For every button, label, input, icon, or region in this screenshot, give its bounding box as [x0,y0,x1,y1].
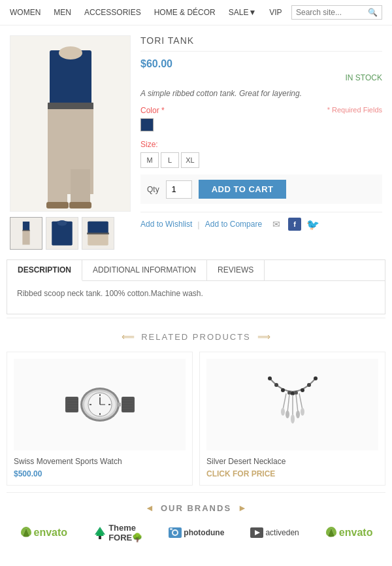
related-products-list: Swiss Movement Sports Watch $500.00 [0,352,392,486]
qty-input[interactable] [166,180,192,199]
tab-additional-info[interactable]: ADDITIONAL INFORMATION [82,260,207,280]
email-icon[interactable]: ✉ [270,218,283,231]
wishlist-link[interactable]: Add to Wishlist [140,220,192,229]
thumbnail-3[interactable] [82,217,114,250]
tabs-header: DESCRIPTION ADDITIONAL INFORMATION REVIE… [7,260,385,281]
size-option-row: Size: M L XL [140,140,382,168]
product-card-necklace: Silver Desert Necklace CLICK FOR PRICE [199,352,385,486]
tab-description[interactable]: DESCRIPTION [7,260,82,281]
size-m[interactable]: M [140,152,159,168]
color-swatch-navy[interactable] [140,118,154,131]
brands-row: envato ThemeFORE🌳 photodune [0,523,392,556]
qty-label: Qty [147,185,159,194]
brand-envato-1[interactable]: envato [20,526,68,539]
svg-point-63 [301,408,304,416]
svg-point-46 [274,383,278,387]
svg-rect-10 [69,202,91,208]
product-name: TORI TANK [140,35,382,52]
brands-divider [7,492,385,493]
svg-rect-9 [46,202,69,208]
related-header: ⟸ RELATED PRODUCTS ⟹ [0,331,392,342]
product-image-svg [28,39,113,208]
svg-point-4 [59,46,82,59]
watch-svg [64,378,136,431]
main-nav: WOMEN MEN ACCESSORIES HOME & DÉCOR SALE▼… [10,8,282,17]
compare-link[interactable]: Add to Compare [205,220,262,229]
brand-themeforest[interactable]: ThemeFORE🌳 [93,523,142,542]
related-products-section: ⟸ RELATED PRODUCTS ⟹ [0,331,392,486]
svg-point-52 [307,383,311,387]
watch-image[interactable] [14,359,186,450]
nav-women[interactable]: WOMEN [10,8,41,17]
envato-leaf-icon-2 [325,526,338,539]
color-required-star: * [161,106,165,115]
size-l[interactable]: L [161,152,179,168]
qty-row: Qty ADD TO CART [140,175,382,204]
stock-status: IN STOCK [140,73,382,82]
brand-activeden[interactable]: activeden [250,525,299,540]
product-price: $60.00 [140,58,382,70]
svg-point-62 [296,410,300,418]
related-title: RELATED PRODUCTS [141,332,251,342]
product-section: TORI TANK $60.00 IN STOCK A simple ribbe… [0,25,392,259]
product-description: A simple ribbed cotton tank. Great for l… [140,89,382,98]
brands-header: ◄ OUR BRANDS ► [0,503,392,513]
search-input[interactable] [296,8,368,17]
nav-vip[interactable]: VIP [269,8,282,17]
nav-home-decor[interactable]: HOME & DÉCOR [154,8,216,17]
nav-men[interactable]: MEN [54,8,71,17]
required-note: * Required Fields [327,106,382,114]
brand-envato-2[interactable]: envato [325,526,373,539]
main-product-image [10,35,131,212]
svg-point-47 [281,388,285,392]
svg-point-61 [291,414,295,424]
necklace-image[interactable] [206,359,378,450]
nav-accessories[interactable]: ACCESSORIES [84,8,141,17]
size-label: Size: [140,140,382,149]
svg-line-57 [296,394,298,412]
thumbnail-1[interactable] [10,217,42,250]
color-option-row: * Required Fields Color * [140,106,382,133]
product-details: TORI TANK $60.00 IN STOCK A simple ribbe… [140,35,382,250]
svg-point-60 [286,410,289,418]
svg-point-59 [281,408,285,416]
brands-deco-left: ◄ [145,503,154,513]
thumbnail-row [10,217,131,250]
photodune-icon [168,525,182,540]
svg-rect-12 [23,222,29,231]
add-to-cart-button[interactable]: ADD TO CART [199,180,287,199]
size-xl[interactable]: XL [181,152,199,168]
svg-rect-14 [22,231,29,244]
tab-content-description: Ribbed scoop neck tank. 100% cotton.Mach… [7,281,385,314]
photodune-label: photodune [184,528,224,537]
activeden-icon [250,525,264,540]
facebook-icon[interactable]: f [288,218,301,231]
nav-sale[interactable]: SALE▼ [229,8,257,17]
svg-rect-8 [71,169,90,205]
wishlist-compare-divider: | [197,220,199,229]
themeforest-label: ThemeFORE🌳 [108,523,142,542]
related-deco-right: ⟹ [257,331,270,342]
tab-reviews[interactable]: REVIEWS [207,260,265,280]
svg-rect-20 [88,222,108,233]
svg-rect-33 [117,403,121,407]
related-deco-left: ⟸ [122,331,135,342]
section-divider [7,318,385,318]
product-card-watch: Swiss Movement Sports Watch $500.00 [7,352,193,486]
necklace-svg [263,365,322,444]
brands-title: OUR BRANDS [161,503,231,513]
svg-point-51 [301,388,304,392]
page-header: WOMEN MEN ACCESSORIES HOME & DÉCOR SALE▼… [0,0,392,25]
envato-2-label: envato [339,527,373,539]
envato-1-label: envato [34,527,68,539]
thumbnail-2[interactable] [46,217,78,250]
watch-name: Swiss Movement Sports Watch [14,457,186,466]
brand-photodune[interactable]: photodune [168,525,224,540]
tabs-section: DESCRIPTION ADDITIONAL INFORMATION REVIE… [7,259,385,314]
necklace-name: Silver Desert Necklace [206,457,378,466]
search-bar: 🔍 [291,5,382,20]
search-icon[interactable]: 🔍 [368,8,378,17]
watch-price: $500.00 [14,469,186,478]
twitter-icon[interactable]: 🐦 [306,218,319,231]
click-for-price[interactable]: CLICK FOR PRICE [206,469,378,478]
